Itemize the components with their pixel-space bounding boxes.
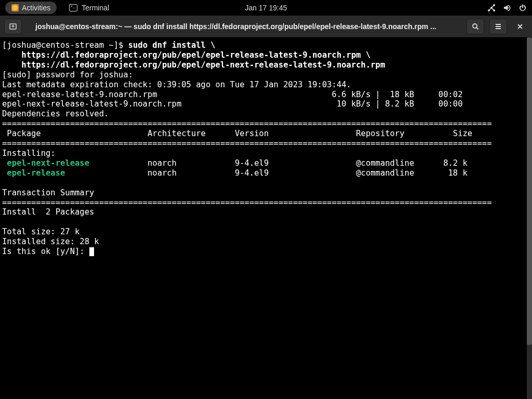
window-titlebar: joshua@centos-stream:~ — sudo dnf instal…	[0, 16, 532, 37]
pkg-1-info: noarch 9-4.el9 @commandline 8.2 k	[89, 158, 468, 168]
app-menu[interactable]: Terminal	[69, 4, 109, 12]
clock[interactable]: Jan 17 19:45	[245, 4, 287, 12]
summary-title: Transaction Summary	[2, 188, 94, 197]
command: sudo dnf install \	[128, 41, 216, 50]
total-size: Total size: 27 k	[2, 227, 79, 236]
terminal-content[interactable]: [joshua@centos-stream ~]$ sudo dnf insta…	[0, 37, 532, 399]
scrollbar[interactable]	[527, 37, 532, 399]
system-tray[interactable]	[487, 4, 527, 12]
volume-icon	[503, 4, 511, 12]
hamburger-icon	[494, 22, 502, 31]
command-cont-1: https://dl.fedoraproject.org/pub/epel/ep…	[2, 50, 370, 60]
window-title: joshua@centos-stream:~ — sudo dnf instal…	[27, 22, 461, 31]
deps-resolved: Dependencies resolved.	[2, 109, 109, 118]
new-tab-button[interactable]	[4, 19, 22, 34]
network-icon	[487, 4, 496, 12]
menu-button[interactable]	[489, 19, 507, 34]
new-tab-icon	[9, 22, 17, 31]
confirm-prompt: Is this ok [y/N]:	[2, 247, 89, 256]
power-icon	[518, 4, 527, 12]
sudo-prompt: [sudo] password for joshua:	[2, 70, 138, 79]
prompt: [joshua@centos-stream ~]$	[2, 41, 128, 50]
cursor	[89, 247, 94, 256]
hr-2: ========================================…	[2, 139, 492, 148]
close-icon	[516, 23, 524, 30]
hr-3: ========================================…	[2, 198, 492, 207]
pkg-2-name: epel-release	[2, 168, 65, 178]
scrollbar-thumb[interactable]	[527, 37, 532, 345]
app-name: Terminal	[82, 4, 109, 12]
pkg-1-name: epel-next-release	[2, 158, 89, 168]
installed-size: Installed size: 28 k	[2, 237, 99, 246]
terminal-icon	[69, 4, 77, 11]
close-button[interactable]	[512, 19, 528, 34]
table-header: Package Architecture Version Repository …	[2, 129, 472, 138]
command-cont-2: https://dl.fedoraproject.org/pub/epel/ep…	[2, 60, 385, 70]
svg-point-5	[473, 24, 477, 28]
activities-button[interactable]: Activities	[5, 2, 57, 14]
activities-label: Activities	[22, 4, 50, 12]
gnome-top-bar: Activities Terminal Jan 17 19:45	[0, 0, 532, 16]
download-line-1: epel-release-latest-9.noarch.rpm 6.6 kB/…	[2, 90, 482, 99]
search-icon	[471, 22, 480, 31]
search-button[interactable]	[467, 19, 484, 34]
download-line-2: epel-next-release-latest-9.noarch.rpm 10…	[2, 99, 482, 109]
activities-icon	[11, 4, 19, 11]
hr-1: ========================================…	[2, 119, 492, 128]
install-count: Install 2 Packages	[2, 207, 94, 217]
pkg-2-info: noarch 9-4.el9 @commandline 18 k	[65, 168, 468, 178]
metadata-line: Last metadata expiration check: 0:39:05 …	[2, 80, 351, 89]
installing-label: Installing:	[2, 149, 56, 158]
